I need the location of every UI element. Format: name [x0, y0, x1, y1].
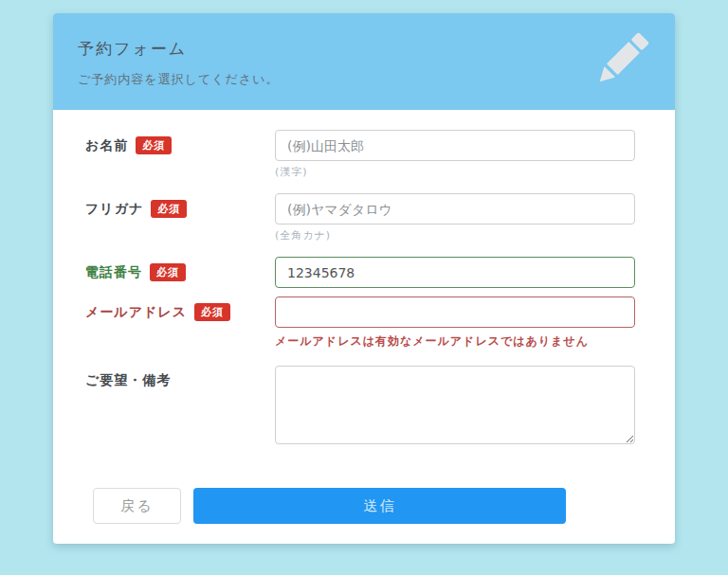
name-hint: (漢字): [275, 165, 635, 179]
notes-textarea[interactable]: [275, 366, 635, 444]
submit-button[interactable]: 送信: [193, 488, 566, 524]
furigana-input[interactable]: [275, 193, 635, 225]
required-badge: 必須: [194, 303, 230, 321]
phone-label-group: 電話番号 必須: [73, 257, 275, 281]
phone-label: 電話番号: [85, 264, 142, 281]
furigana-label-group: フリガナ 必須: [73, 193, 275, 218]
page-title: 予約フォーム: [78, 13, 650, 60]
name-input[interactable]: [275, 130, 635, 161]
field-row-email: メールアドレス 必須 メールアドレスは有効なメールアドレスではありません: [73, 296, 655, 350]
field-row-phone: 電話番号 必須: [73, 257, 655, 288]
field-row-name: お名前 必須 (漢字): [73, 130, 655, 179]
email-input[interactable]: [275, 296, 635, 328]
field-row-notes: ご要望・備考: [73, 366, 655, 448]
required-badge: 必須: [150, 263, 186, 281]
email-label: メールアドレス: [85, 304, 187, 321]
form-header: 予約フォーム ご予約内容を選択してください。: [53, 13, 675, 110]
notes-control: [275, 366, 635, 448]
phone-input[interactable]: [275, 257, 635, 288]
reservation-form-card: 予約フォーム ご予約内容を選択してください。 お名前 必須 (漢字): [53, 13, 675, 544]
required-badge: 必須: [136, 136, 172, 154]
name-label-group: お名前 必須: [73, 130, 275, 154]
notes-label: ご要望・備考: [85, 372, 171, 389]
required-badge: 必須: [151, 200, 187, 218]
phone-control: [275, 257, 635, 288]
back-button[interactable]: 戻る: [93, 488, 181, 524]
email-label-group: メールアドレス 必須: [73, 296, 275, 321]
furigana-hint: (全角カナ): [275, 228, 635, 243]
email-error-message: メールアドレスは有効なメールアドレスではありません: [275, 333, 635, 350]
form-subtitle: ご予約内容を選択してください。: [78, 71, 650, 88]
name-label: お名前: [85, 137, 128, 154]
name-control: (漢字): [275, 130, 635, 179]
furigana-control: (全角カナ): [275, 193, 635, 243]
furigana-label: フリガナ: [85, 201, 143, 218]
notes-label-group: ご要望・備考: [73, 366, 275, 389]
form-body: お名前 必須 (漢字) フリガナ 必須 (全角カナ) 電話番号 必須: [53, 110, 675, 524]
form-actions: 戻る 送信: [73, 488, 655, 524]
email-control: メールアドレスは有効なメールアドレスではありません: [275, 296, 635, 350]
pencil-icon: [588, 26, 656, 94]
field-row-furigana: フリガナ 必須 (全角カナ): [73, 193, 655, 243]
